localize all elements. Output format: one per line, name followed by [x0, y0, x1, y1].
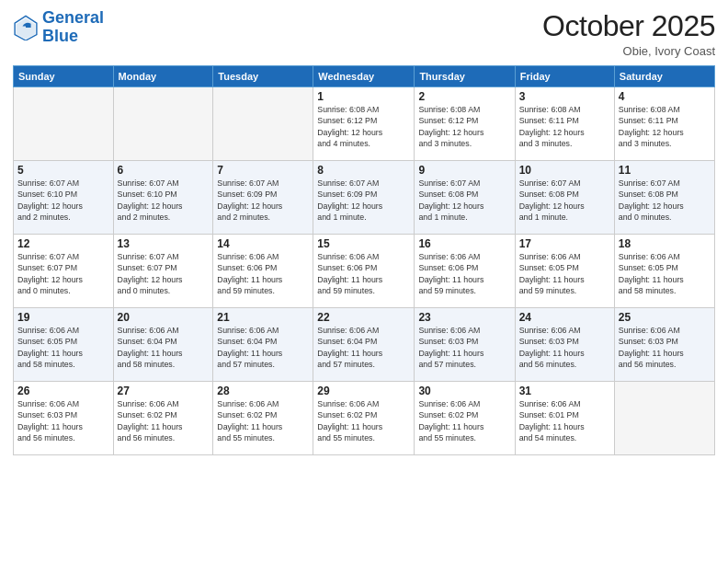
header: GeneralBlue October 2025 Obie, Ivory Coa…: [13, 9, 715, 58]
table-row: 6Sunrise: 6:07 AM Sunset: 6:10 PM Daylig…: [113, 161, 213, 235]
table-row: 13Sunrise: 6:07 AM Sunset: 6:07 PM Dayli…: [113, 235, 213, 308]
table-row: 27Sunrise: 6:06 AM Sunset: 6:02 PM Dayli…: [113, 382, 213, 455]
table-row: [614, 382, 714, 455]
day-number: 30: [418, 385, 510, 397]
day-number: 8: [317, 164, 410, 177]
day-number: 18: [619, 237, 711, 250]
day-info: Sunrise: 6:07 AM Sunset: 6:10 PM Dayligh…: [118, 178, 210, 223]
day-number: 10: [519, 164, 610, 177]
table-row: 11Sunrise: 6:07 AM Sunset: 6:08 PM Dayli…: [614, 161, 714, 235]
table-row: [113, 87, 213, 161]
table-row: 26Sunrise: 6:06 AM Sunset: 6:03 PM Dayli…: [14, 382, 114, 455]
day-number: 25: [619, 311, 711, 324]
page: GeneralBlue October 2025 Obie, Ivory Coa…: [0, 0, 728, 563]
header-wednesday: Wednesday: [313, 66, 415, 87]
day-number: 7: [217, 164, 309, 177]
table-row: 29Sunrise: 6:06 AM Sunset: 6:02 PM Dayli…: [313, 382, 415, 455]
header-friday: Friday: [515, 66, 614, 87]
day-number: 15: [317, 237, 410, 250]
header-sunday: Sunday: [14, 66, 114, 87]
day-number: 2: [418, 90, 510, 103]
day-info: Sunrise: 6:06 AM Sunset: 6:04 PM Dayligh…: [118, 325, 210, 370]
table-row: 15Sunrise: 6:06 AM Sunset: 6:06 PM Dayli…: [313, 235, 415, 308]
day-info: Sunrise: 6:08 AM Sunset: 6:12 PM Dayligh…: [317, 104, 410, 149]
day-info: Sunrise: 6:06 AM Sunset: 6:06 PM Dayligh…: [217, 251, 309, 296]
table-row: 22Sunrise: 6:06 AM Sunset: 6:04 PM Dayli…: [313, 308, 415, 382]
day-number: 3: [519, 90, 610, 103]
day-number: 17: [519, 237, 610, 250]
day-info: Sunrise: 6:06 AM Sunset: 6:05 PM Dayligh…: [17, 325, 109, 370]
day-info: Sunrise: 6:06 AM Sunset: 6:03 PM Dayligh…: [619, 325, 711, 370]
table-row: 3Sunrise: 6:08 AM Sunset: 6:11 PM Daylig…: [515, 87, 614, 161]
table-row: [14, 87, 114, 161]
day-number: 16: [418, 237, 510, 250]
week-row-2: 12Sunrise: 6:07 AM Sunset: 6:07 PM Dayli…: [14, 235, 715, 308]
table-row: 21Sunrise: 6:06 AM Sunset: 6:04 PM Dayli…: [213, 308, 313, 382]
table-row: 17Sunrise: 6:06 AM Sunset: 6:05 PM Dayli…: [515, 235, 614, 308]
logo: GeneralBlue: [13, 9, 104, 46]
table-row: 12Sunrise: 6:07 AM Sunset: 6:07 PM Dayli…: [14, 235, 114, 308]
day-number: 22: [317, 311, 410, 324]
table-row: 20Sunrise: 6:06 AM Sunset: 6:04 PM Dayli…: [113, 308, 213, 382]
day-info: Sunrise: 6:06 AM Sunset: 6:04 PM Dayligh…: [317, 325, 410, 370]
day-number: 26: [17, 385, 109, 397]
day-number: 23: [418, 311, 510, 324]
header-tuesday: Tuesday: [213, 66, 313, 87]
day-info: Sunrise: 6:06 AM Sunset: 6:06 PM Dayligh…: [317, 251, 410, 296]
week-row-1: 5Sunrise: 6:07 AM Sunset: 6:10 PM Daylig…: [14, 161, 715, 235]
table-row: 30Sunrise: 6:06 AM Sunset: 6:02 PM Dayli…: [415, 382, 515, 455]
day-number: 28: [217, 385, 309, 397]
day-info: Sunrise: 6:07 AM Sunset: 6:08 PM Dayligh…: [418, 178, 510, 223]
table-row: 19Sunrise: 6:06 AM Sunset: 6:05 PM Dayli…: [14, 308, 114, 382]
table-row: 14Sunrise: 6:06 AM Sunset: 6:06 PM Dayli…: [213, 235, 313, 308]
table-row: 1Sunrise: 6:08 AM Sunset: 6:12 PM Daylig…: [313, 87, 415, 161]
day-number: 11: [619, 164, 711, 177]
day-info: Sunrise: 6:06 AM Sunset: 6:02 PM Dayligh…: [317, 398, 410, 443]
day-number: 1: [317, 90, 410, 103]
table-row: 23Sunrise: 6:06 AM Sunset: 6:03 PM Dayli…: [415, 308, 515, 382]
day-number: 12: [17, 237, 109, 250]
title-block: October 2025 Obie, Ivory Coast: [542, 9, 715, 58]
table-row: [213, 87, 313, 161]
day-info: Sunrise: 6:06 AM Sunset: 6:02 PM Dayligh…: [418, 398, 510, 443]
day-number: 19: [17, 311, 109, 324]
day-info: Sunrise: 6:06 AM Sunset: 6:03 PM Dayligh…: [418, 325, 510, 370]
day-info: Sunrise: 6:08 AM Sunset: 6:12 PM Dayligh…: [418, 104, 510, 149]
week-row-3: 19Sunrise: 6:06 AM Sunset: 6:05 PM Dayli…: [14, 308, 715, 382]
table-row: 4Sunrise: 6:08 AM Sunset: 6:11 PM Daylig…: [614, 87, 714, 161]
table-row: 10Sunrise: 6:07 AM Sunset: 6:08 PM Dayli…: [515, 161, 614, 235]
general-blue-icon: [13, 15, 39, 40]
day-info: Sunrise: 6:06 AM Sunset: 6:02 PM Dayligh…: [118, 398, 210, 443]
table-row: 2Sunrise: 6:08 AM Sunset: 6:12 PM Daylig…: [415, 87, 515, 161]
week-row-0: 1Sunrise: 6:08 AM Sunset: 6:12 PM Daylig…: [14, 87, 715, 161]
header-thursday: Thursday: [415, 66, 515, 87]
location: Obie, Ivory Coast: [542, 44, 715, 58]
day-number: 5: [17, 164, 109, 177]
day-number: 21: [217, 311, 309, 324]
table-row: 7Sunrise: 6:07 AM Sunset: 6:09 PM Daylig…: [213, 161, 313, 235]
table-row: 18Sunrise: 6:06 AM Sunset: 6:05 PM Dayli…: [614, 235, 714, 308]
day-info: Sunrise: 6:07 AM Sunset: 6:07 PM Dayligh…: [118, 251, 210, 296]
day-number: 14: [217, 237, 309, 250]
calendar: Sunday Monday Tuesday Wednesday Thursday…: [13, 65, 715, 455]
day-info: Sunrise: 6:08 AM Sunset: 6:11 PM Dayligh…: [519, 104, 610, 149]
day-info: Sunrise: 6:06 AM Sunset: 6:03 PM Dayligh…: [519, 325, 610, 370]
day-info: Sunrise: 6:06 AM Sunset: 6:04 PM Dayligh…: [217, 325, 309, 370]
day-info: Sunrise: 6:06 AM Sunset: 6:05 PM Dayligh…: [519, 251, 610, 296]
day-number: 20: [118, 311, 210, 324]
day-info: Sunrise: 6:06 AM Sunset: 6:06 PM Dayligh…: [418, 251, 510, 296]
day-info: Sunrise: 6:07 AM Sunset: 6:10 PM Dayligh…: [17, 178, 109, 223]
day-number: 27: [118, 385, 210, 397]
weekday-header-row: Sunday Monday Tuesday Wednesday Thursday…: [14, 66, 715, 87]
day-number: 6: [118, 164, 210, 177]
day-info: Sunrise: 6:07 AM Sunset: 6:09 PM Dayligh…: [217, 178, 309, 223]
table-row: 9Sunrise: 6:07 AM Sunset: 6:08 PM Daylig…: [415, 161, 515, 235]
day-number: 4: [619, 90, 711, 103]
day-info: Sunrise: 6:07 AM Sunset: 6:09 PM Dayligh…: [317, 178, 410, 223]
day-info: Sunrise: 6:07 AM Sunset: 6:08 PM Dayligh…: [519, 178, 610, 223]
day-number: 13: [118, 237, 210, 250]
week-row-4: 26Sunrise: 6:06 AM Sunset: 6:03 PM Dayli…: [14, 382, 715, 455]
day-info: Sunrise: 6:06 AM Sunset: 6:02 PM Dayligh…: [217, 398, 309, 443]
table-row: 28Sunrise: 6:06 AM Sunset: 6:02 PM Dayli…: [213, 382, 313, 455]
day-number: 24: [519, 311, 610, 324]
